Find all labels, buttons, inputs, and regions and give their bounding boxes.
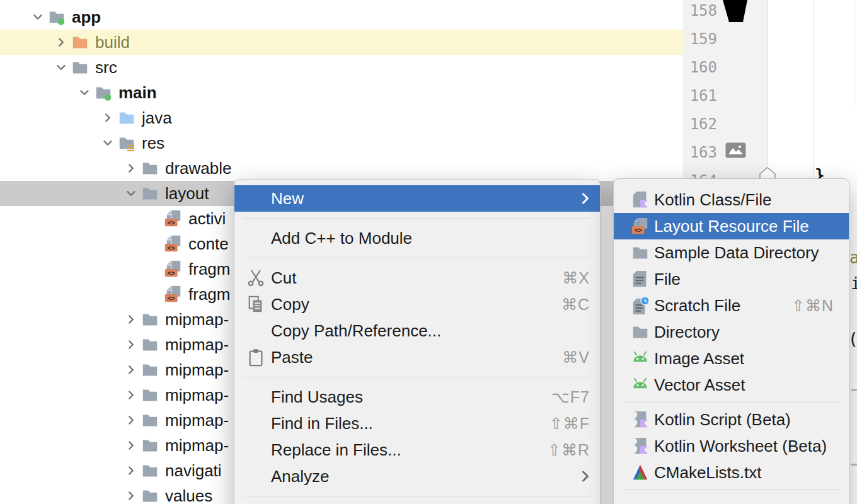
submenu-item-kotlin-class-file[interactable]: Kotlin Class/File	[614, 186, 849, 213]
layout-xml-icon: <>	[163, 209, 183, 229]
menu-item-label: Kotlin Script (Beta)	[654, 410, 791, 430]
folder-blue-icon	[117, 108, 137, 128]
chevron-right-icon[interactable]	[122, 487, 140, 504]
tree-item-main[interactable]: main	[0, 80, 683, 105]
menu-item-label: Replace in Files...	[271, 440, 401, 460]
tree-item-drawable[interactable]: drawable	[0, 156, 683, 181]
chevron-right-icon[interactable]	[122, 336, 140, 353]
menu-item-label: Find Usages	[271, 387, 363, 407]
submenu-item-file[interactable]: File	[614, 266, 849, 292]
editor-text-fragment: a	[849, 248, 857, 267]
chevron-right-icon[interactable]	[99, 109, 117, 127]
tree-item-label: mipmap-	[165, 408, 229, 433]
tree-item-label: res	[142, 130, 164, 156]
folder-app-icon	[93, 83, 113, 103]
chevron-right-icon[interactable]	[122, 462, 140, 479]
chevron-right-icon[interactable]	[52, 33, 70, 51]
tree-item-label: fragm	[188, 282, 230, 307]
mouse-cursor-shape	[723, 0, 749, 25]
new-submenu: Kotlin Class/File<>Layout Resource FileS…	[613, 178, 849, 504]
folder-icon	[140, 461, 160, 481]
folder-icon	[140, 435, 160, 455]
chevron-down-icon[interactable]	[52, 59, 70, 76]
menu-icon-spacer	[246, 413, 266, 433]
menu-item-copy-path-reference[interactable]: Copy Path/Reference...	[234, 318, 600, 344]
indent-guide	[854, 0, 854, 107]
menu-item-copy[interactable]: Copy⌘C	[234, 291, 600, 318]
folder-app-icon	[47, 7, 67, 27]
submenu-item-image-asset[interactable]: Image Asset	[614, 345, 849, 372]
submenu-item-scratch-file[interactable]: Scratch File⇧⌘N	[614, 292, 849, 319]
submenu-item-sample-data-directory[interactable]: Sample Data Directory	[614, 239, 849, 266]
tree-item-app[interactable]: app	[0, 4, 683, 30]
kotlin-file-icon	[630, 190, 650, 210]
menu-icon-spacer	[246, 440, 266, 460]
tree-item-label: app	[72, 4, 101, 30]
menu-item-label: Layout Resource File	[654, 217, 809, 236]
tree-item-label: activi	[188, 206, 226, 231]
tree-item-label: mipmap-	[165, 382, 229, 408]
line-number-162: 162	[681, 115, 717, 133]
submenu-item-layout-resource-file[interactable]: <>Layout Resource File	[614, 213, 849, 239]
copy-icon	[246, 294, 266, 314]
scratch-file-icon	[630, 295, 650, 316]
menu-item-label: Copy Path/Reference...	[271, 321, 441, 341]
editor-text-fragment	[851, 464, 857, 466]
menu-item-find-usages[interactable]: Find Usages⌥F7	[234, 384, 600, 410]
android-icon	[630, 375, 650, 395]
menu-item-label: New	[271, 189, 304, 209]
submenu-item-vector-asset[interactable]: Vector Asset	[614, 372, 849, 398]
tree-item-label: build	[95, 30, 130, 55]
chevron-right-icon[interactable]	[122, 361, 140, 379]
menu-icon-spacer	[246, 387, 266, 407]
submenu-item-cmakelists-txt[interactable]: CMakeLists.txt	[614, 459, 849, 486]
menu-item-cut[interactable]: Cut⌘X	[234, 265, 600, 291]
menu-item-analyze[interactable]: Analyze	[234, 463, 600, 490]
tree-item-label: layout	[165, 181, 209, 206]
folder-icon	[630, 322, 650, 342]
chevron-right-icon[interactable]	[122, 311, 140, 328]
tree-item-label: conte	[188, 231, 229, 256]
layout-xml-icon: <>	[163, 284, 183, 304]
image-preview-icon[interactable]	[725, 142, 746, 161]
folder-icon	[140, 385, 160, 405]
tree-item-label: navigati	[165, 458, 222, 483]
chevron-down-icon[interactable]	[122, 185, 140, 202]
menu-item-find-in-files[interactable]: Find in Files...⇧⌘F	[234, 410, 600, 437]
svg-text:<>: <>	[168, 294, 175, 302]
menu-item-add-c-to-module[interactable]: Add C++ to Module	[234, 225, 600, 251]
menu-item-new[interactable]: New	[234, 185, 600, 212]
menu-item-label: Kotlin Class/File	[654, 190, 771, 210]
shortcut-label: ⌥F7	[551, 388, 590, 406]
folder-icon	[140, 360, 160, 380]
menu-icon-spacer	[246, 228, 266, 248]
folder-icon	[140, 486, 160, 504]
menu-item-paste[interactable]: Paste⌘V	[234, 344, 600, 370]
submenu-item-kotlin-script-beta[interactable]: Kotlin Script (Beta)	[614, 406, 849, 433]
line-number-163: 163	[681, 144, 717, 161]
menu-item-label: CMakeLists.txt	[654, 463, 762, 483]
editor-text-fragment	[851, 389, 857, 391]
submenu-arrow-icon	[581, 469, 590, 484]
menu-item-replace-in-files[interactable]: Replace in Files...⇧⌘R	[234, 437, 600, 463]
chevron-down-icon[interactable]	[99, 134, 117, 152]
chevron-right-icon[interactable]	[122, 159, 140, 177]
submenu-item-directory[interactable]: Directory	[614, 319, 849, 345]
menu-icon-spacer	[246, 321, 266, 341]
tree-item-java[interactable]: java	[0, 105, 683, 130]
tree-item-build[interactable]: build	[0, 30, 683, 55]
chevron-right-icon[interactable]	[122, 437, 140, 454]
chevron-right-icon[interactable]	[122, 411, 140, 429]
cmake-icon	[630, 462, 650, 483]
menu-item-label: Directory	[654, 323, 720, 342]
tree-item-res[interactable]: res	[0, 130, 683, 156]
folder-icon	[70, 57, 90, 77]
shortcut-label: ⇧⌘N	[791, 297, 834, 315]
submenu-item-kotlin-worksheet-beta[interactable]: Kotlin Worksheet (Beta)	[614, 433, 849, 459]
chevron-down-icon[interactable]	[29, 8, 47, 26]
svg-text:<>: <>	[168, 244, 175, 251]
tree-item-label: src	[95, 55, 117, 80]
chevron-down-icon[interactable]	[76, 84, 93, 101]
tree-item-src[interactable]: src	[0, 55, 683, 80]
chevron-right-icon[interactable]	[122, 386, 140, 404]
